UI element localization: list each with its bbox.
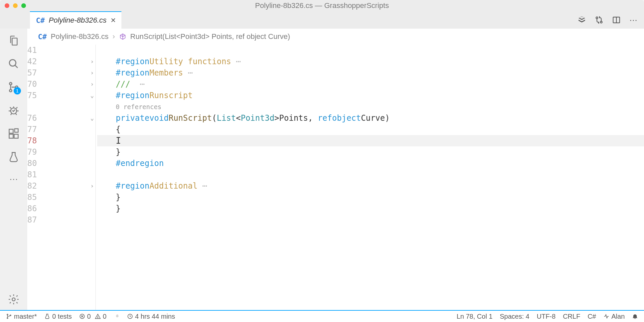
line-number: 85 xyxy=(27,192,84,203)
status-live-share[interactable]: Alan xyxy=(603,313,625,320)
folding-column: ›››⌄⌄› xyxy=(87,45,97,310)
breadcrumb-symbol[interactable]: RunScript(List<Point3d> Points, ref obje… xyxy=(130,32,290,41)
tab-bar-actions: ⋯ xyxy=(577,11,638,29)
status-problems[interactable]: 0 0 xyxy=(79,313,106,320)
line-number xyxy=(27,101,84,112)
source-control-diff-icon[interactable] xyxy=(577,16,586,24)
fold-toggle[interactable]: › xyxy=(87,56,97,67)
code-line[interactable]: #region Additional ⋯ xyxy=(97,180,644,192)
close-tab-icon[interactable]: ✕ xyxy=(110,16,116,24)
code-line[interactable] xyxy=(97,45,644,56)
fold-toggle xyxy=(87,101,97,112)
fold-toggle[interactable]: › xyxy=(87,67,97,79)
debug-view-icon[interactable] xyxy=(8,104,20,116)
line-number: 78 xyxy=(27,135,84,146)
code-line[interactable]: { xyxy=(97,124,644,135)
code-line[interactable] xyxy=(97,214,644,226)
tab-filename: Polyline-8b326.cs xyxy=(49,16,107,25)
fold-toggle xyxy=(87,135,97,146)
line-number: 70 xyxy=(27,79,84,90)
line-number: 87 xyxy=(27,214,84,226)
more-actions-icon[interactable]: ⋯ xyxy=(629,16,638,24)
code-line[interactable]: } xyxy=(97,146,644,158)
code-line[interactable]: #region Utility functions ⋯ xyxy=(97,56,644,67)
text-cursor: I xyxy=(116,135,121,146)
line-number: 75 xyxy=(27,90,84,101)
svg-point-6 xyxy=(9,82,12,85)
svg-rect-12 xyxy=(14,134,18,138)
extensions-view-icon[interactable] xyxy=(8,128,20,140)
window-controls xyxy=(5,3,26,8)
explorer-view-icon[interactable] xyxy=(8,35,20,47)
status-notifications-icon[interactable] xyxy=(632,313,638,319)
search-view-icon[interactable] xyxy=(8,58,20,70)
fold-toggle xyxy=(87,192,97,203)
main-area: 1 ⋯ C# Polyline-8b326.cs › xyxy=(0,29,644,310)
status-time-tracking[interactable]: 4 hrs 44 mins xyxy=(127,313,175,320)
line-number: 81 xyxy=(27,169,84,180)
code-editor[interactable]: 414257707576777879808182858687 ›››⌄⌄› #r… xyxy=(27,45,644,310)
line-number: 86 xyxy=(27,203,84,214)
status-language-mode[interactable]: C# xyxy=(587,313,596,320)
code-line[interactable]: } xyxy=(97,203,644,214)
breadcrumb-bar[interactable]: C# Polyline-8b326.cs › RunScript(List<Po… xyxy=(27,29,644,45)
code-line[interactable]: } xyxy=(97,192,644,203)
status-eol[interactable]: CRLF xyxy=(563,313,580,320)
svg-point-23 xyxy=(97,317,98,318)
fold-toggle xyxy=(87,169,97,180)
line-number: 80 xyxy=(27,158,84,169)
code-line[interactable] xyxy=(97,169,644,180)
code-line[interactable]: #region Members ⋯ xyxy=(97,67,644,79)
scm-badge: 1 xyxy=(14,87,21,94)
fold-toggle[interactable]: › xyxy=(87,79,97,90)
fold-toggle xyxy=(87,124,97,135)
code-line[interactable]: /// ⋯ xyxy=(97,79,644,90)
code-line[interactable]: #region Runscript xyxy=(97,90,644,101)
status-git-branch[interactable]: master* xyxy=(6,313,37,320)
svg-point-7 xyxy=(9,89,12,92)
maximize-window-button[interactable] xyxy=(21,3,26,8)
method-symbol-icon xyxy=(119,33,126,40)
svg-rect-10 xyxy=(9,129,13,133)
svg-point-15 xyxy=(12,298,15,301)
status-flame-icon[interactable] xyxy=(114,313,120,319)
fold-toggle[interactable]: ⌄ xyxy=(87,90,97,101)
source-control-view-icon[interactable]: 1 xyxy=(8,81,20,93)
editor-tab-active[interactable]: C# Polyline-8b326.cs ✕ xyxy=(30,11,121,29)
svg-point-17 xyxy=(7,318,8,319)
svg-point-4 xyxy=(9,60,16,66)
svg-point-16 xyxy=(7,314,8,315)
vscode-window: Polyline-8b326.cs — GrasshopperScripts C… xyxy=(0,0,644,322)
title-bar: Polyline-8b326.cs — GrasshopperScripts xyxy=(0,0,644,11)
code-line[interactable]: #endregion xyxy=(97,158,644,169)
status-bar: master* 0 tests 0 0 4 hrs 44 mins Ln 78,… xyxy=(0,310,644,322)
split-editor-icon[interactable] xyxy=(612,16,621,24)
overflow-menu-icon[interactable]: ⋯ xyxy=(9,174,18,185)
fold-toggle xyxy=(87,203,97,214)
line-number: 42 xyxy=(27,56,84,67)
git-compare-icon[interactable] xyxy=(595,16,603,24)
line-number-gutter: 414257707576777879808182858687 xyxy=(27,45,87,310)
breadcrumb-separator-icon: › xyxy=(112,32,115,41)
code-content[interactable]: #region Utility functions ⋯ #region Memb… xyxy=(97,45,644,310)
fold-toggle[interactable]: › xyxy=(87,180,97,192)
close-window-button[interactable] xyxy=(5,3,9,8)
breadcrumb-file[interactable]: Polyline-8b326.cs xyxy=(51,32,109,41)
fold-toggle xyxy=(87,146,97,158)
fold-toggle xyxy=(87,158,97,169)
status-indentation[interactable]: Spaces: 4 xyxy=(500,313,530,320)
code-line[interactable]: I xyxy=(97,135,644,146)
svg-rect-13 xyxy=(15,129,18,132)
minimize-window-button[interactable] xyxy=(13,3,18,8)
status-cursor-position[interactable]: Ln 78, Col 1 xyxy=(457,313,493,320)
code-line[interactable]: 0 references xyxy=(97,101,644,112)
fold-toggle[interactable]: ⌄ xyxy=(87,112,97,124)
settings-gear-icon[interactable] xyxy=(8,293,20,305)
status-encoding[interactable]: UTF-8 xyxy=(537,313,556,320)
svg-point-0 xyxy=(596,17,598,19)
code-line[interactable]: private void RunScript(List<Point3d> Poi… xyxy=(97,112,644,124)
svg-point-1 xyxy=(600,21,602,23)
status-tests[interactable]: 0 tests xyxy=(44,313,72,320)
line-number: 82 xyxy=(27,180,84,192)
testing-view-icon[interactable] xyxy=(8,151,20,163)
